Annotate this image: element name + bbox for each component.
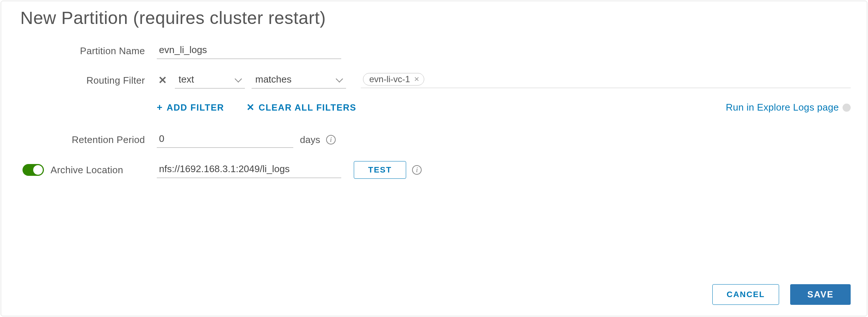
- filter-operator-select[interactable]: matches: [252, 72, 346, 88]
- partition-name-input[interactable]: [157, 43, 341, 59]
- footer-actions: CANCEL SAVE: [712, 284, 851, 305]
- add-filter-label: ADD FILTER: [167, 102, 224, 113]
- row-partition-name: Partition Name: [20, 43, 851, 59]
- routing-filter-controls: ✕ text matches evn-li-vc-1 ✕: [157, 72, 851, 88]
- archive-toggle[interactable]: [23, 164, 44, 176]
- filter-actions: + ADD FILTER ✕ CLEAR ALL FILTERS Run in …: [157, 102, 851, 113]
- row-filter-actions: + ADD FILTER ✕ CLEAR ALL FILTERS Run in …: [20, 102, 851, 113]
- row-archive: Archive Location TEST i: [20, 161, 851, 179]
- filter-operator-value: matches: [255, 74, 291, 85]
- remove-filter-icon[interactable]: ✕: [157, 75, 168, 86]
- row-routing-filter: Routing Filter ✕ text matches evn-li-vc-…: [20, 72, 851, 88]
- run-explore-label: Run in Explore Logs page: [726, 102, 839, 113]
- plus-icon: +: [157, 102, 163, 113]
- row-retention: Retention Period days i: [20, 132, 851, 148]
- chevron-down-icon: [336, 76, 344, 84]
- add-filter-button[interactable]: + ADD FILTER: [157, 102, 224, 113]
- info-icon[interactable]: i: [326, 135, 336, 144]
- cancel-button[interactable]: CANCEL: [712, 284, 779, 305]
- archive-location-input[interactable]: [157, 162, 341, 178]
- retention-unit: days: [300, 134, 320, 146]
- label-archive-wrap: Archive Location: [20, 164, 157, 176]
- arrow-right-circle-icon: [843, 104, 851, 112]
- label-retention: Retention Period: [20, 134, 157, 146]
- retention-input[interactable]: [157, 132, 293, 148]
- new-partition-card: New Partition (requires cluster restart)…: [1, 1, 867, 316]
- run-explore-link[interactable]: Run in Explore Logs page: [726, 102, 851, 113]
- label-partition-name: Partition Name: [20, 45, 157, 57]
- clear-filters-label: CLEAR ALL FILTERS: [259, 102, 356, 113]
- filter-chip-label: evn-li-vc-1: [369, 74, 410, 84]
- close-icon: ✕: [246, 102, 255, 113]
- save-button[interactable]: SAVE: [790, 284, 851, 305]
- info-icon[interactable]: i: [412, 165, 422, 175]
- filter-field-select[interactable]: text: [175, 72, 245, 88]
- clear-filters-button[interactable]: ✕ CLEAR ALL FILTERS: [246, 102, 357, 113]
- chevron-down-icon: [235, 76, 243, 84]
- label-archive: Archive Location: [51, 164, 123, 176]
- filter-value-chip[interactable]: evn-li-vc-1 ✕: [363, 73, 424, 86]
- page-title: New Partition (requires cluster restart): [20, 8, 851, 28]
- test-button[interactable]: TEST: [354, 161, 406, 179]
- filter-value-input[interactable]: evn-li-vc-1 ✕: [361, 73, 851, 88]
- filter-field-value: text: [179, 74, 194, 85]
- chip-remove-icon[interactable]: ✕: [414, 75, 419, 83]
- label-routing-filter: Routing Filter: [20, 75, 157, 86]
